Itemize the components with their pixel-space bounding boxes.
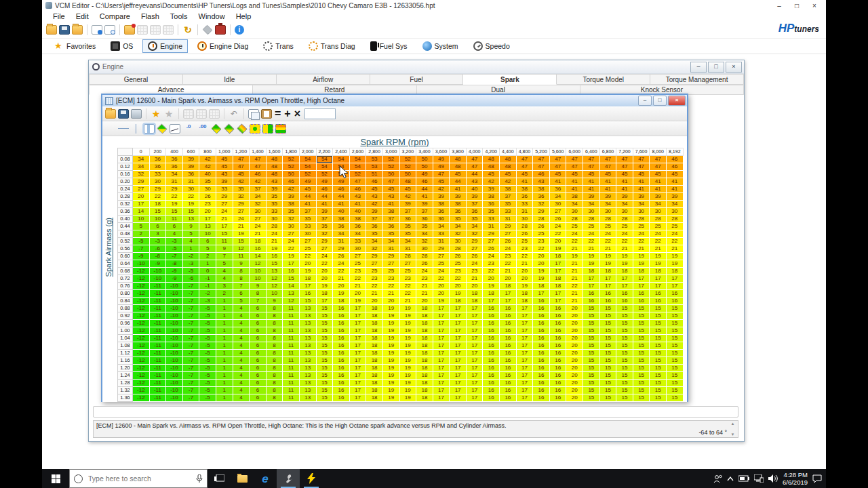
spark-cell[interactable]: 15 <box>667 327 684 335</box>
spark-cell[interactable]: 14 <box>133 208 150 216</box>
spark-cell[interactable]: 10 <box>250 268 267 275</box>
spark-cell[interactable]: 11 <box>283 365 300 372</box>
spark-cell[interactable]: 47 <box>533 156 550 163</box>
spark-cell[interactable]: 24 <box>250 223 267 230</box>
spark-cell[interactable]: 45 <box>366 186 383 193</box>
spark-cell[interactable]: 21 <box>382 290 399 298</box>
folder-new-icon[interactable] <box>124 25 135 35</box>
spark-cell[interactable]: -11 <box>149 394 166 402</box>
rpm-col-header[interactable]: 400 <box>166 148 183 156</box>
spark-cell[interactable]: 17 <box>667 283 684 290</box>
spark-cell[interactable]: 45 <box>667 171 684 178</box>
spark-cell[interactable]: 23 <box>466 268 483 275</box>
spark-cell[interactable]: 15 <box>633 380 650 387</box>
spark-cell[interactable]: 36 <box>516 193 533 201</box>
spark-cell[interactable]: 1 <box>216 387 233 394</box>
spark-cell[interactable]: 15 <box>633 387 650 394</box>
save-icon[interactable] <box>59 25 70 35</box>
spark-cell[interactable]: 22 <box>283 245 300 253</box>
spark-cell[interactable]: -7 <box>133 245 150 253</box>
spark-cell[interactable]: -10 <box>166 312 183 320</box>
people-icon[interactable] <box>713 474 722 483</box>
ribbon-item-speedo[interactable]: Speedo <box>468 39 515 53</box>
spark-cell[interactable]: 15 <box>650 342 667 350</box>
start-button[interactable] <box>42 469 69 488</box>
spark-cell[interactable]: 38 <box>433 201 450 208</box>
spark-cell[interactable]: 47 <box>382 178 399 186</box>
spark-cell[interactable]: 20 <box>333 283 350 290</box>
spark-cell[interactable]: 41 <box>382 201 399 208</box>
spark-cell[interactable]: 17 <box>433 380 450 387</box>
spark-cell[interactable]: 13 <box>299 320 316 327</box>
spark-cell[interactable]: 46 <box>250 171 267 178</box>
spark-cell[interactable]: 35 <box>466 216 483 223</box>
spark-cell[interactable]: -7 <box>182 372 199 380</box>
spark-cell[interactable]: 1 <box>216 320 233 327</box>
spark-cell[interactable]: 20 <box>566 320 583 327</box>
spark-cell[interactable]: 17 <box>283 260 300 268</box>
spark-cell[interactable]: 1 <box>182 245 199 253</box>
spark-cell[interactable]: 39 <box>650 193 667 201</box>
spark-cell[interactable]: 19 <box>399 327 416 335</box>
menu-item-tools[interactable]: Tools <box>165 12 193 20</box>
spark-cell[interactable]: 17 <box>349 387 366 394</box>
spark-cell[interactable]: 1 <box>216 327 233 335</box>
spark-cell[interactable]: 25 <box>566 223 583 230</box>
cmap-d3-icon[interactable] <box>237 123 247 134</box>
spark-cell[interactable]: -11 <box>149 298 166 305</box>
spark-cell[interactable]: 30 <box>599 208 616 216</box>
spark-cell[interactable]: 8 <box>266 365 283 372</box>
rpm-col-header[interactable]: 2,800 <box>366 148 383 156</box>
rpm-col-header[interactable]: 5,200 <box>533 148 550 156</box>
spark-cell[interactable]: 16 <box>500 372 517 380</box>
spark-cell[interactable]: 24 <box>233 216 250 223</box>
spark-cell[interactable]: 34 <box>549 193 566 201</box>
spark-cell[interactable]: 52 <box>333 171 350 178</box>
spark-cell[interactable]: 39 <box>216 178 233 186</box>
spark-cell[interactable]: 22 <box>500 260 517 268</box>
spark-cell[interactable]: -5 <box>199 312 216 320</box>
spark-cell[interactable]: 45 <box>433 178 450 186</box>
spark-cell[interactable]: 48 <box>483 163 500 171</box>
spark-cell[interactable]: 16 <box>549 394 566 402</box>
spark-cell[interactable]: 42 <box>199 163 216 171</box>
spark-cell[interactable]: 16 <box>333 305 350 312</box>
spark-cell[interactable]: 38 <box>450 201 467 208</box>
spark-cell[interactable]: 17 <box>466 380 483 387</box>
spark-cell[interactable]: 4 <box>233 380 250 387</box>
spark-cell[interactable]: 42 <box>366 201 383 208</box>
spark-cell[interactable]: 20 <box>566 327 583 335</box>
spark-cell[interactable]: 21 <box>266 238 283 245</box>
spark-cell[interactable]: -12 <box>133 305 150 312</box>
spark-cell[interactable]: 18 <box>450 298 467 305</box>
spark-cell[interactable]: 16 <box>549 365 566 372</box>
spark-cell[interactable]: 19 <box>533 275 550 283</box>
value-input[interactable] <box>304 108 336 119</box>
spark-cell[interactable]: -10 <box>166 350 183 357</box>
spark-cell[interactable]: 6 <box>250 320 267 327</box>
spark-cell[interactable]: 21 <box>566 290 583 298</box>
airmass-row-header[interactable]: 0.28 <box>118 193 133 201</box>
spark-cell[interactable]: 35 <box>450 216 467 223</box>
spark-cell[interactable]: 26 <box>199 193 216 201</box>
table-restore-button[interactable]: □ <box>653 96 667 106</box>
spark-cell[interactable]: 17 <box>516 305 533 312</box>
spark-cell[interactable]: 17 <box>516 357 533 365</box>
cmap-d1-icon[interactable] <box>211 123 221 134</box>
spark-cell[interactable]: 50 <box>416 163 433 171</box>
spark-cell[interactable]: 15 <box>299 298 316 305</box>
spark-cell[interactable]: 20 <box>382 298 399 305</box>
spark-cell[interactable]: 41 <box>650 178 667 186</box>
spark-cell[interactable]: 18 <box>616 268 633 275</box>
spark-cell[interactable]: 24 <box>316 253 333 260</box>
spark-cell[interactable]: 16 <box>500 335 517 342</box>
grid-icon[interactable] <box>150 25 161 35</box>
task-view-button[interactable] <box>208 469 231 488</box>
notes-field[interactable] <box>93 406 738 418</box>
spark-cell[interactable]: 26 <box>500 238 517 245</box>
spark-cell[interactable]: 43 <box>349 193 366 201</box>
spark-cell[interactable]: 18 <box>549 275 566 283</box>
spark-cell[interactable]: 22 <box>483 268 500 275</box>
spark-cell[interactable]: 29 <box>466 238 483 245</box>
spark-cell[interactable]: -11 <box>149 283 166 290</box>
